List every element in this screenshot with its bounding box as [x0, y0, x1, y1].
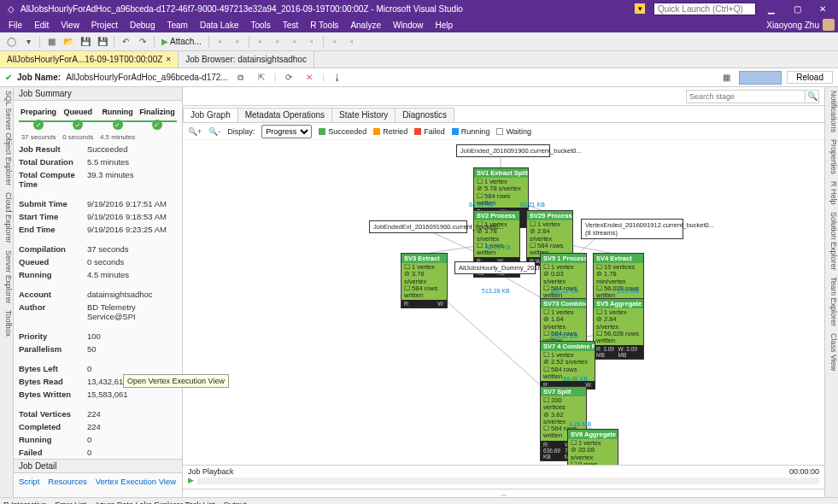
search-stage-input[interactable]	[686, 90, 806, 103]
tab-close-icon[interactable]: ×	[166, 55, 171, 64]
search-icon[interactable]: 🔍	[806, 90, 819, 103]
phase-dot-icon: ✓	[33, 120, 44, 130]
link-resources[interactable]: Resources	[48, 477, 86, 486]
tool-icon[interactable]: ▫	[270, 34, 285, 50]
play-icon[interactable]: ▶	[188, 476, 194, 484]
minimize-button[interactable]: ▁	[761, 4, 782, 14]
summary-row: Start Time9/19/2016 9:18:53 AM	[14, 210, 182, 223]
menu-tools[interactable]: Tools	[246, 19, 276, 32]
reload-button[interactable]: Reload	[787, 71, 833, 84]
display-select[interactable]: Progress	[261, 125, 312, 138]
tool-icon[interactable]: ▫	[253, 34, 268, 50]
summary-row: Bytes Written15,583,061	[14, 388, 182, 401]
zoom-in-icon[interactable]: 🔍+	[188, 127, 202, 136]
menu-team[interactable]: Team	[161, 19, 192, 32]
menu-edit[interactable]: Edit	[29, 19, 54, 32]
document-tabs: AllJobsHourlyForA...16-09-19T00:00:00Z× …	[0, 51, 838, 68]
summary-row: Running0	[14, 433, 182, 446]
menu-debug[interactable]: Debug	[125, 19, 160, 32]
playback-slider[interactable]	[197, 478, 819, 484]
nav-back-icon[interactable]: ◯	[3, 34, 19, 50]
collapse-toggle[interactable]: ︿	[183, 489, 824, 497]
tab-error-list[interactable]: Error List	[56, 501, 87, 505]
display-label: Display:	[227, 127, 255, 136]
menu-file[interactable]: File	[3, 19, 27, 32]
save-all-icon[interactable]: 💾	[95, 34, 110, 50]
quick-launch-input[interactable]	[653, 3, 756, 15]
phase-dot-icon: ✓	[113, 120, 123, 130]
tool-icon[interactable]: ▫	[287, 34, 302, 50]
summary-row: AuthorBD Telemetry Service@SPI	[14, 301, 182, 323]
menu-project[interactable]: Project	[86, 19, 123, 32]
summary-row: Running4.5 minutes	[14, 268, 182, 281]
bottom-tool-tabs: R Interactive Error List Azure Data Lake…	[0, 497, 838, 504]
tool-icon[interactable]: ▫	[327, 34, 343, 50]
tool-icon[interactable]: ▫	[213, 34, 228, 50]
open-icon[interactable]: 📂	[61, 34, 76, 50]
link-icon[interactable]: ⇱	[254, 70, 269, 85]
summary-header: Job Summary	[14, 87, 182, 101]
tool-icon[interactable]: ▫	[304, 34, 319, 50]
graph-canvas[interactable]: JobEnded_2016091900.current_bucket0... S…	[183, 140, 824, 465]
tab-r-interactive[interactable]: R Interactive	[3, 501, 47, 505]
link-vertex-view[interactable]: Vertex Execution View	[96, 477, 176, 486]
left-tool-rail[interactable]: SQL Server Object Explorer Cloud Explore…	[0, 87, 14, 497]
node-sv5[interactable]: SV5 Aggregate☐ 1 vertex⊘ 2.84 s/vertex☐ …	[593, 298, 644, 360]
tab-output[interactable]: Output	[223, 501, 246, 505]
summary-row: Job ResultSucceeded	[14, 143, 182, 155]
tool-icon[interactable]: ▫	[230, 34, 245, 50]
user-avatar-icon[interactable]	[823, 19, 835, 31]
tab-adl-tasks[interactable]: Azure Data Lake Explorer Task List	[95, 501, 214, 505]
menu-datalake[interactable]: Data Lake	[195, 19, 244, 32]
menu-analyze[interactable]: Analyze	[345, 19, 386, 32]
job-bar: ✔ Job Name: AllJobsHourlyForAdHoc_a96bce…	[0, 68, 838, 87]
attach-button[interactable]: ▶Attach...	[158, 37, 205, 46]
graph-tabs: Job Graph Metadata Operations State Hist…	[183, 106, 824, 123]
node-vertexended[interactable]: VertexEnded_2016091912.current_bucket0..…	[581, 219, 683, 239]
copy-icon[interactable]: ⧉	[233, 70, 249, 85]
download-icon[interactable]: ⭳	[330, 70, 345, 85]
grid-icon[interactable]: ▦	[718, 70, 734, 85]
menu-window[interactable]: Window	[388, 19, 429, 32]
tab-job-graph[interactable]: Job Graph	[183, 108, 238, 122]
tool-icon[interactable]: ▫	[344, 34, 360, 50]
nav-fwd-icon[interactable]: ▾	[21, 34, 36, 50]
close-button[interactable]: ✕	[812, 4, 833, 14]
zoom-out-icon[interactable]: 🔍-	[208, 127, 220, 136]
maximize-button[interactable]: ▢	[787, 4, 807, 14]
refresh-icon[interactable]: ⟳	[281, 70, 296, 85]
tab-metadata[interactable]: Metadata Operations	[237, 108, 332, 122]
summary-row: Compilation37 seconds	[14, 243, 182, 255]
undo-icon[interactable]: ↶	[118, 34, 133, 50]
redo-icon[interactable]: ↷	[135, 34, 150, 50]
summary-row: Total Duration5.5 minutes	[14, 155, 182, 168]
summary-row: Queued0 seconds	[14, 255, 182, 268]
tab-diagnostics[interactable]: Diagnostics	[395, 108, 454, 122]
job-summary-pane: Job Summary Preparing✓37 seconds Queued✓…	[14, 87, 183, 497]
notification-flag-icon[interactable]: ▾	[635, 3, 645, 14]
node-sv3[interactable]: SV3 Extract☐ 1 vertex⊘ 3.78 s/vertex☐ 58…	[401, 253, 448, 308]
cancel-icon[interactable]: ✕	[302, 70, 317, 85]
menu-test[interactable]: Test	[278, 19, 303, 32]
menu-help[interactable]: Help	[431, 19, 459, 32]
right-tool-rail[interactable]: Notifications Properties R Help Solution…	[824, 87, 838, 497]
menu-view[interactable]: View	[56, 19, 85, 32]
window-title: AllJobsHourlyForAdHoc_a96bceda-d172-46f7…	[21, 4, 635, 14]
summary-row: Accountdatainsightsadhoc	[14, 288, 182, 301]
phase-dot-icon: ✓	[152, 120, 162, 130]
node-jobended[interactable]: JobEnded_2016091900.current_bucket0...	[456, 144, 550, 157]
graph-area: 🔍 Job Graph Metadata Operations State Hi…	[183, 87, 824, 497]
new-project-icon[interactable]: ▦	[44, 34, 59, 50]
tab-jobbrowser[interactable]: Job Browser: datainsightsadhoc	[179, 51, 314, 67]
user-name[interactable]: Xiaoyong Zhu	[766, 21, 819, 30]
node-sv74[interactable]: SV7 4 Combine Parti...☐ 1 vertex⊘ 2.52 s…	[540, 341, 595, 390]
node-jobendedext[interactable]: JobEndedExt_2016091900.current_bucket0..…	[369, 220, 467, 233]
link-script[interactable]: Script	[19, 477, 39, 486]
save-icon[interactable]: 💾	[78, 34, 93, 50]
node-sv6[interactable]: SV6 Aggregate☐ 1 vertex⊘ 20.08 s/vertex☐…	[567, 429, 618, 465]
node-dummy[interactable]: AllJobsHourly_Dummy_20160918_00.tsv	[454, 261, 536, 274]
tab-alljobs[interactable]: AllJobsHourlyForA...16-09-19T00:00:00Z×	[0, 51, 179, 67]
job-name-value: AllJobsHourlyForAdHoc_a96bceda-d172...	[66, 73, 228, 82]
tab-state-history[interactable]: State History	[331, 108, 396, 122]
menu-rtools[interactable]: R Tools	[305, 19, 343, 32]
